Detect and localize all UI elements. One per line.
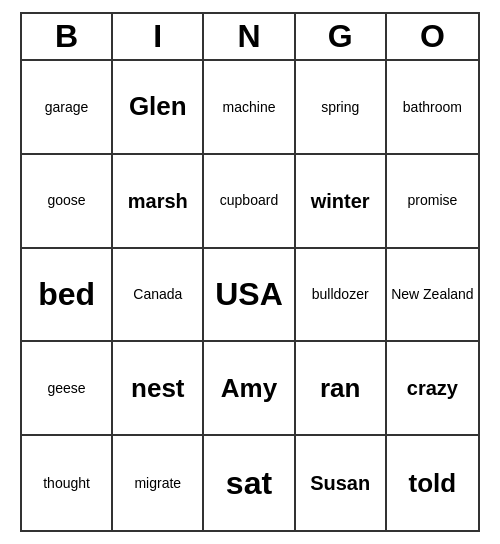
bingo-cell-r2-c3: bulldozer — [296, 249, 387, 343]
header-letter-o: O — [387, 14, 478, 61]
bingo-cell-r1-c3: winter — [296, 155, 387, 249]
bingo-cell-r1-c2: cupboard — [204, 155, 295, 249]
bingo-cell-r0-c3: spring — [296, 61, 387, 155]
bingo-cell-r3-c4: crazy — [387, 342, 478, 436]
header-letter-b: B — [22, 14, 113, 61]
header-letter-n: N — [204, 14, 295, 61]
bingo-cell-r0-c0: garage — [22, 61, 113, 155]
bingo-cell-r3-c0: geese — [22, 342, 113, 436]
bingo-cell-r4-c0: thought — [22, 436, 113, 530]
bingo-cell-r3-c1: nest — [113, 342, 204, 436]
bingo-cell-r1-c4: promise — [387, 155, 478, 249]
bingo-cell-r1-c1: marsh — [113, 155, 204, 249]
bingo-cell-r0-c2: machine — [204, 61, 295, 155]
bingo-cell-r2-c2: USA — [204, 249, 295, 343]
bingo-cell-r4-c1: migrate — [113, 436, 204, 530]
bingo-header: BINGO — [20, 12, 480, 61]
bingo-cell-r0-c1: Glen — [113, 61, 204, 155]
bingo-cell-r3-c2: Amy — [204, 342, 295, 436]
bingo-cell-r3-c3: ran — [296, 342, 387, 436]
bingo-cell-r2-c0: bed — [22, 249, 113, 343]
bingo-cell-r0-c4: bathroom — [387, 61, 478, 155]
header-letter-g: G — [296, 14, 387, 61]
bingo-cell-r1-c0: goose — [22, 155, 113, 249]
bingo-cell-r4-c3: Susan — [296, 436, 387, 530]
bingo-cell-r4-c4: told — [387, 436, 478, 530]
bingo-board: BINGO garageGlenmachinespringbathroomgoo… — [20, 12, 480, 532]
bingo-cell-r2-c1: Canada — [113, 249, 204, 343]
bingo-grid: garageGlenmachinespringbathroomgoosemars… — [20, 61, 480, 532]
bingo-cell-r4-c2: sat — [204, 436, 295, 530]
bingo-cell-r2-c4: New Zealand — [387, 249, 478, 343]
header-letter-i: I — [113, 14, 204, 61]
